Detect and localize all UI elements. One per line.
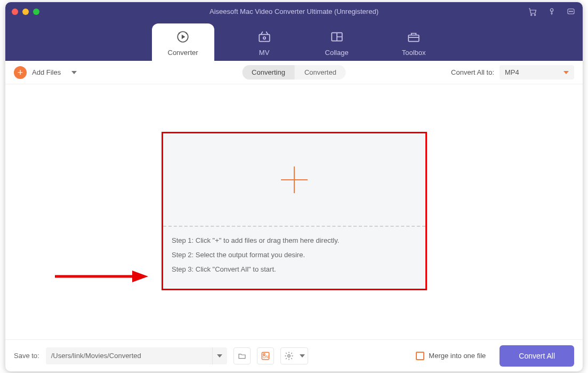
toolbox-icon: [406, 30, 421, 45]
bottom-bar: Save to: /Users/link/Movies/Converted ON…: [5, 339, 583, 371]
settings-button[interactable]: [281, 348, 297, 364]
svg-point-4: [569, 11, 570, 12]
app-window: Aiseesoft Mac Video Converter Ultimate (…: [5, 2, 583, 371]
svg-marker-17: [132, 271, 148, 282]
output-format-value: MP4: [505, 68, 519, 76]
mv-icon: [257, 30, 272, 45]
annotation-arrow: [52, 268, 148, 284]
merge-label: Merge into one file: [429, 352, 486, 360]
save-path-input[interactable]: /Users/link/Movies/Converted: [46, 347, 227, 364]
content-area: Step 1: Click "+" to add files or drag t…: [5, 84, 583, 339]
convert-all-button[interactable]: Convert All: [500, 345, 574, 367]
add-files-dropdown-icon[interactable]: [71, 71, 77, 74]
big-plus-icon: [281, 166, 308, 193]
svg-point-1: [534, 14, 535, 15]
gpu-accel-button[interactable]: ON: [257, 347, 274, 364]
merge-checkbox[interactable]: [416, 352, 424, 360]
converting-tab[interactable]: Converting: [242, 65, 295, 80]
svg-rect-9: [259, 35, 270, 42]
main-tabs: Converter MV Collage Toolbox: [5, 21, 583, 61]
dropzone-add-area[interactable]: [163, 133, 425, 227]
tab-converter[interactable]: Converter: [152, 23, 214, 61]
step-3: Step 3: Click "Convert All" to start.: [172, 265, 417, 273]
chevron-down-icon: [300, 354, 305, 358]
add-files-label: Add Files: [32, 68, 61, 76]
converter-icon: [175, 30, 190, 45]
toolbar: + Add Files Converting Converted Convert…: [5, 61, 583, 84]
add-files-button[interactable]: + Add Files: [14, 66, 61, 79]
tab-collage[interactable]: Collage: [315, 23, 359, 61]
step-2: Step 2: Select the output format you des…: [172, 251, 417, 259]
tab-converter-label: Converter: [168, 49, 198, 57]
chevron-down-icon: [217, 354, 222, 358]
svg-point-21: [287, 354, 290, 357]
titlebar-right-group: [527, 6, 576, 17]
gear-icon: [284, 351, 294, 361]
instruction-steps: Step 1: Click "+" to add files or drag t…: [163, 227, 425, 280]
tab-mv[interactable]: MV: [246, 23, 283, 61]
register-key-icon[interactable]: [546, 6, 557, 17]
toolbar-right: Convert All to: MP4: [451, 65, 574, 80]
save-to-label: Save to:: [14, 352, 39, 360]
svg-point-10: [263, 37, 265, 39]
tab-mv-label: MV: [259, 49, 270, 57]
svg-point-6: [572, 11, 573, 12]
chevron-down-icon: [563, 71, 569, 74]
titlebar: Aiseesoft Mac Video Converter Ultimate (…: [5, 2, 583, 61]
open-folder-button[interactable]: [233, 347, 251, 364]
status-pill-group: Converting Converted: [242, 65, 346, 80]
merge-group: Merge into one file: [416, 352, 486, 360]
dropzone: Step 1: Click "+" to add files or drag t…: [162, 132, 427, 290]
save-path-dropdown[interactable]: [212, 347, 227, 364]
settings-button-group: [280, 347, 308, 364]
svg-point-0: [531, 14, 532, 15]
output-format-select[interactable]: MP4: [500, 65, 574, 80]
tab-toolbox[interactable]: Toolbox: [391, 23, 437, 61]
step-1: Step 1: Click "+" to add files or drag t…: [172, 236, 417, 244]
tab-toolbox-label: Toolbox: [402, 49, 426, 57]
cart-icon[interactable]: [527, 6, 538, 17]
svg-rect-14: [408, 35, 419, 42]
plus-icon: +: [14, 66, 27, 79]
folder-icon: [237, 352, 247, 360]
save-path-value: /Users/link/Movies/Converted: [46, 352, 212, 360]
feedback-icon[interactable]: [566, 6, 576, 17]
settings-dropdown[interactable]: [297, 348, 308, 364]
app-title: Aiseesoft Mac Video Converter Ultimate (…: [5, 7, 583, 15]
gpu-icon: ON: [260, 351, 271, 361]
collage-icon: [329, 30, 344, 45]
svg-marker-8: [182, 35, 186, 39]
svg-point-5: [570, 11, 571, 12]
tab-collage-label: Collage: [325, 49, 349, 57]
convert-all-to-label: Convert All to:: [451, 68, 494, 76]
svg-point-2: [550, 9, 553, 11]
converted-tab[interactable]: Converted: [295, 65, 346, 80]
